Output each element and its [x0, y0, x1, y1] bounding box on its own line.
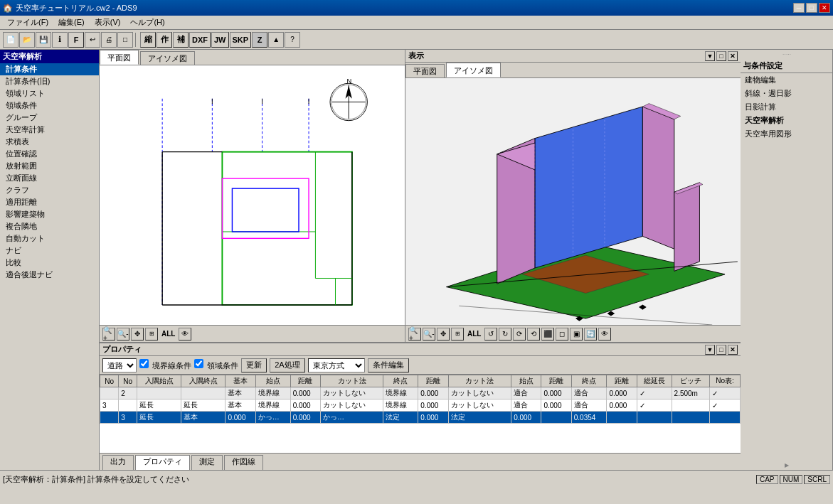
fit-left[interactable]: ⊞	[145, 328, 158, 341]
menu-edit[interactable]: 編集(E)	[54, 16, 89, 29]
triangle-btn[interactable]: ▲	[268, 32, 284, 48]
new-button[interactable]: 📄	[3, 32, 18, 48]
info-button[interactable]: ℹ	[52, 32, 68, 48]
create-btn[interactable]: 作	[156, 32, 172, 48]
left-canvas[interactable]: N	[100, 65, 405, 325]
jw-btn[interactable]: JW	[211, 32, 229, 48]
print-button[interactable]: 🖨	[101, 32, 117, 48]
eye-left[interactable]: 👁	[179, 328, 191, 341]
sidebar-item-section[interactable]: 立断面線	[0, 172, 99, 184]
zoom-in-left[interactable]: 🔍+	[102, 328, 115, 341]
tab-isometric[interactable]: アイソメ図	[140, 51, 195, 65]
pan-left[interactable]: ✥	[131, 328, 144, 341]
sidebar-item-complex[interactable]: 複合隣地	[0, 220, 99, 232]
tab-draw-line[interactable]: 作図線	[224, 455, 263, 470]
fit-right[interactable]: ⊞	[451, 328, 464, 341]
sidebar-item-area-condition[interactable]: 領域条件	[0, 100, 99, 112]
sidebar-item-area-list[interactable]: 領域リスト	[0, 87, 99, 100]
sidebar-item-area-table[interactable]: 求積表	[0, 136, 99, 148]
sidebar-item-graph[interactable]: クラフ	[0, 184, 99, 196]
right-close-btn[interactable]: ✕	[728, 51, 738, 61]
skp-btn[interactable]: SKP	[230, 32, 252, 48]
rotate5-right[interactable]: 🔄	[584, 328, 597, 341]
menu-file[interactable]: ファイル(F)	[3, 16, 53, 29]
dxf-btn[interactable]: DXF	[189, 32, 211, 48]
sub-item-slope-shadow[interactable]: 斜線・週日影	[741, 87, 832, 100]
cube3-right[interactable]: ▣	[570, 328, 583, 341]
right-float-btn[interactable]: □	[716, 51, 726, 61]
sidebar-item-navi[interactable]: ナビ	[0, 245, 99, 257]
rotate2-right[interactable]: ↻	[499, 328, 511, 341]
help-btn[interactable]: ?	[285, 32, 300, 48]
tab-floor-plan-right[interactable]: 平面図	[405, 64, 445, 77]
cell: 2.500m	[672, 387, 709, 400]
supplement-btn[interactable]: 補	[173, 32, 189, 48]
scrl-key: SCRL	[804, 475, 830, 484]
update-button[interactable]: 更新	[241, 358, 267, 372]
tab-properties[interactable]: プロパティ	[135, 455, 190, 470]
minimize-button[interactable]: ─	[793, 3, 805, 13]
cell-selected	[607, 412, 637, 424]
zoom-out-right[interactable]: 🔍-	[423, 328, 435, 341]
f-button[interactable]: F	[68, 32, 84, 48]
sidebar-item-group[interactable]: グループ	[0, 112, 99, 124]
right-header-controls[interactable]: ▼ □ ✕	[705, 51, 738, 61]
right-canvas[interactable]	[405, 78, 741, 325]
menu-view[interactable]: 表示(V)	[90, 16, 125, 29]
process-2a-button[interactable]: 2A処理	[270, 358, 304, 372]
props-float-btn[interactable]: □	[716, 345, 726, 355]
props-pin-btn[interactable]: ▼	[705, 345, 715, 355]
table-row-selected[interactable]: 3 延長 基本 0.000 かっ… 0.000 かっ… 法定 0.000 法定 …	[100, 412, 741, 424]
method-select[interactable]: 東京方式	[308, 358, 365, 372]
sidebar-item-autocut[interactable]: 自動カット	[0, 232, 99, 245]
condition-edit-button[interactable]: 条件編集	[368, 358, 409, 372]
tab-measure[interactable]: 測定	[191, 455, 223, 470]
eye-right[interactable]: 👁	[598, 328, 611, 341]
sidebar-item-distance[interactable]: 適用距離	[0, 196, 99, 208]
rotate4-right[interactable]: ⟲	[527, 328, 540, 341]
sidebar-item-sky-calc[interactable]: 天空率計算	[0, 124, 99, 136]
cell: ✓	[709, 400, 740, 412]
sidebar-item-calc-condition[interactable]: 計算条件	[0, 63, 99, 75]
sidebar-item-radiation[interactable]: 放射範囲	[0, 160, 99, 172]
right-panel-title: 表示	[408, 50, 424, 61]
rotate3-right[interactable]: ⟳	[513, 328, 526, 341]
sub-item-sky-analysis[interactable]: 天空率解析	[741, 114, 832, 127]
rotate1-right[interactable]: ↺	[484, 328, 497, 341]
save-button[interactable]: 💾	[36, 32, 51, 48]
tab-floor-plan[interactable]: 平面図	[100, 50, 139, 65]
sidebar-item-influence[interactable]: 影響建築物	[0, 208, 99, 220]
titlebar-controls[interactable]: ─ □ ✕	[793, 3, 830, 13]
cube2-right[interactable]: ◻	[556, 328, 568, 341]
sidebar-item-compare[interactable]: 比較	[0, 257, 99, 269]
sidebar-item-calc-old[interactable]: 計算条件(旧)	[0, 75, 99, 87]
maximize-button[interactable]: □	[806, 3, 817, 13]
zoom-in-right[interactable]: 🔍+	[408, 328, 421, 341]
sub-item-building-edit[interactable]: 建物編集	[741, 73, 832, 87]
sidebar-item-retire-navi[interactable]: 適合後退ナビ	[0, 269, 99, 281]
zoom-out-left[interactable]: 🔍-	[117, 328, 129, 341]
close-button[interactable]: ✕	[819, 3, 830, 13]
sidebar-item-position[interactable]: 位置確認	[0, 148, 99, 160]
open-button[interactable]: 📂	[19, 32, 35, 48]
menu-help[interactable]: ヘルプ(H)	[126, 16, 169, 29]
right-pin-btn[interactable]: ▼	[705, 51, 715, 61]
props-close-btn[interactable]: ✕	[728, 345, 738, 355]
rect-button[interactable]: □	[117, 32, 133, 48]
tab-isometric-right[interactable]: アイソメ図	[446, 63, 501, 77]
left-panel: 平面図 アイソメ図 N	[100, 50, 405, 342]
titlebar: 🏠 天空率チュートリアル.cw2 - ADS9 ─ □ ✕	[0, 0, 833, 16]
tab-output[interactable]: 出力	[102, 455, 134, 470]
z-btn[interactable]: Z	[252, 32, 267, 48]
sub-item-shadow-calc[interactable]: 日影計算	[741, 100, 832, 114]
undo-button[interactable]: ↩	[85, 32, 100, 48]
pan-right[interactable]: ✥	[437, 328, 450, 341]
cube1-right[interactable]: ⬛	[541, 328, 554, 341]
boundary-checkbox[interactable]	[139, 359, 149, 368]
road-select[interactable]: 道路	[102, 358, 137, 372]
edit-btn[interactable]: 縮	[140, 32, 156, 48]
table-row[interactable]: 2 基本 境界線 0.000 カットしない 境界線 0.000 カットしない 適…	[100, 387, 741, 400]
sub-item-sky-figure[interactable]: 天空率用図形	[741, 127, 832, 141]
area-checkbox[interactable]	[194, 359, 203, 368]
table-row[interactable]: 3 延長 延長 基本 境界線 0.000 カットしない 境界線 0.000 カッ…	[100, 400, 741, 412]
